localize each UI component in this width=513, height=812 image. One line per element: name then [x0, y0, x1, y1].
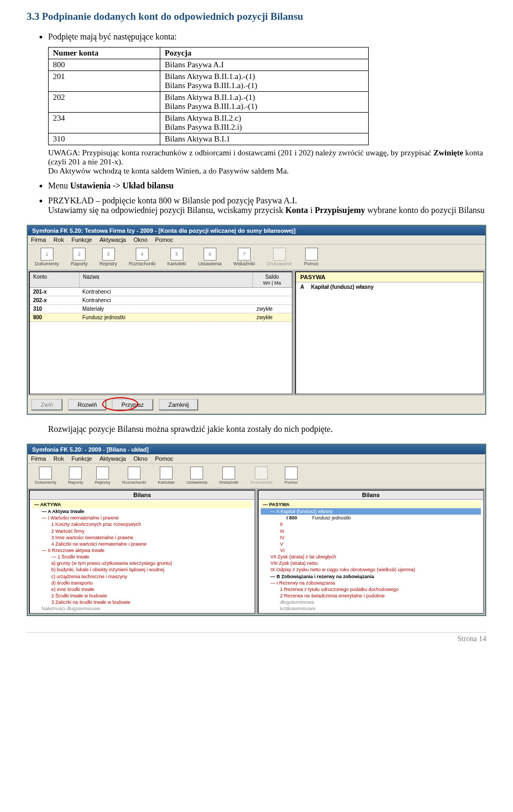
menu-firma[interactable]: Firma: [31, 236, 46, 243]
menu-bar[interactable]: Firma Rok Funkcje Aktywacja Okno Pomoc: [28, 235, 485, 244]
grid-row[interactable]: 201-xKontrahenci: [30, 288, 292, 296]
tree-item[interactable]: II: [261, 521, 481, 527]
tool-icon: 6: [204, 248, 216, 261]
th-numer: Numer konta: [49, 48, 160, 59]
tree-item[interactable]: 1 Rezerwa z tytułu odroczonego podatku d…: [261, 586, 481, 593]
pasywa-root[interactable]: — PASYWA: [261, 501, 481, 508]
tree-item[interactable]: 3 Inne wartości niematerialne i prawne: [32, 534, 252, 541]
tree-item[interactable]: I 800Fundusz jednostki: [261, 515, 481, 521]
tool-icon: [39, 467, 52, 479]
menu-pomoc[interactable]: Pomoc: [155, 455, 173, 462]
tool-wskaźniki[interactable]: Wskaźniki: [215, 466, 242, 486]
tree-item[interactable]: — I Rezerwy na zobowiązania: [261, 580, 481, 586]
tool-icon: 3: [102, 248, 115, 261]
tool-icon: [128, 467, 141, 479]
menu-okno[interactable]: Okno: [134, 236, 147, 243]
tree-item[interactable]: c) urządzenia techniczne i maszyny: [32, 573, 252, 580]
menu-rok[interactable]: Rok: [53, 455, 64, 462]
przypisz-button[interactable]: Przypisz: [112, 399, 153, 411]
pasywa-row-a[interactable]: A Kapitał (fundusz) własny: [296, 282, 483, 291]
tree-item[interactable]: b) budynki, lokale i obiekty inżynierii …: [32, 566, 252, 573]
tree-item[interactable]: VI: [261, 547, 481, 554]
menu-funkcje[interactable]: Funkcje: [72, 455, 92, 462]
tree-item[interactable]: — II Rzeczowe aktywa trwałe: [32, 547, 252, 554]
tree-item[interactable]: — A Aktywa trwałe: [32, 508, 252, 515]
tool-icon: [190, 467, 203, 479]
tool-icon: [222, 467, 235, 479]
accounts-table: Numer konta Pozycja 800Bilans Pasywa A.I…: [48, 47, 369, 145]
menu-funkcje[interactable]: Funkcje: [72, 236, 92, 243]
zamknij-button[interactable]: Zamknij: [159, 399, 199, 411]
menu-rok[interactable]: Rok: [53, 236, 64, 243]
menu-aktywacja[interactable]: Aktywacja: [99, 455, 126, 462]
tree-item[interactable]: e) inne środki trwałe: [32, 586, 252, 593]
tree-item[interactable]: 1 Koszty zakończonych prac rozwojowych: [32, 521, 252, 527]
tool-dokumenty[interactable]: Dokumenty: [31, 466, 60, 486]
tool-icon: 1: [41, 248, 53, 261]
tool-rejestry[interactable]: Rejestry: [91, 466, 114, 486]
tool-kartoteki[interactable]: 5Kartoteki: [164, 247, 190, 267]
tree-item[interactable]: d) środki transportu: [32, 580, 252, 586]
grid-row[interactable]: 800Fundusz jednostkizwykłe: [30, 313, 292, 322]
left-grid-pane: Konto Nazwa Saldo Wn | Ma 201-xKontrahen…: [29, 271, 293, 395]
tool-pomoc[interactable]: Pomoc: [300, 247, 323, 267]
tool-dokumenty[interactable]: 1Dokumenty: [31, 247, 63, 267]
tree-item[interactable]: 2 Rezerwa na świadczenia emerytalne i po…: [261, 593, 481, 599]
tree-item[interactable]: Należności długoterminowe: [32, 605, 252, 612]
tool-icon: [305, 248, 318, 261]
menu-aktywacja[interactable]: Aktywacja: [99, 236, 126, 243]
tree-item[interactable]: krótkoterminowa: [261, 605, 481, 612]
tree-item[interactable]: V: [261, 541, 481, 547]
menu-okno[interactable]: Okno: [134, 455, 147, 462]
tree-item[interactable]: 2 Wartość firmy: [32, 528, 252, 534]
grid-row[interactable]: 202-xKontrahenci: [30, 296, 292, 305]
app-window-bilans: Symfonia FK 5.20: - 2009 - [Bilans - ukł…: [27, 444, 486, 616]
bilans-head: Bilans: [30, 491, 254, 500]
menu-pomoc[interactable]: Pomoc: [155, 236, 173, 243]
left-bilans-pane[interactable]: Bilans — AKTYWA — A Aktywa trwałe— I War…: [29, 490, 255, 614]
menu-firma[interactable]: Firma: [31, 455, 46, 462]
zwin-button[interactable]: ZZwińwiń: [31, 399, 63, 411]
tree-item[interactable]: 2 Środki trwałe w budowie: [32, 593, 252, 599]
tree-item[interactable]: — I Wartości niematerialne i prawne: [32, 515, 252, 521]
grid-row[interactable]: 310Materiałyzwykłe: [30, 305, 292, 313]
tree-item[interactable]: — 1 Środki trwałe: [32, 554, 252, 560]
grid-body[interactable]: 201-xKontrahenci202-xKontrahenci310Mater…: [30, 288, 292, 393]
tool-rozrachunki[interactable]: Rozrachunki: [119, 466, 150, 486]
app-title: Symfonia FK 5.20: - 2009 - [Bilans - ukł…: [32, 446, 149, 453]
tool-icon: 4: [136, 248, 149, 261]
tool-wskaźniki[interactable]: 7Wskaźniki: [230, 247, 259, 267]
section-heading: 3.3 Podpinanie dodanych kont do odpowied…: [27, 11, 486, 22]
tool-ustawienia[interactable]: Ustawienia: [183, 466, 211, 486]
tool-rejestry[interactable]: 3Rejestry: [96, 247, 121, 267]
tree-item[interactable]: — A Kapitał (fundusz) własny: [261, 508, 481, 515]
tree-item[interactable]: IX Odpisy z zysku netto w ciągu roku obr…: [261, 566, 481, 573]
tree-item[interactable]: VIII Zysk (strata) netto: [261, 560, 481, 566]
grid-header: Konto Nazwa Saldo Wn | Ma: [30, 272, 292, 288]
tool-kartoteki[interactable]: Kartoteki: [154, 466, 178, 486]
right-pasywa-pane: PASYWA A Kapitał (fundusz) własny: [295, 271, 484, 395]
th-pozycja: Pozycja: [160, 48, 369, 59]
aktywa-root[interactable]: — AKTYWA: [32, 501, 252, 508]
tree-item[interactable]: III: [261, 528, 481, 534]
tree-item[interactable]: 4 Zaliczki na wartości niematerialne i p…: [32, 541, 252, 547]
tree-item[interactable]: — B Zobowiązania i rezerwy na zobowiązan…: [261, 573, 481, 580]
tool-icon: [160, 467, 173, 479]
menu-bar[interactable]: Firma Rok Funkcje Aktywacja Okno Pomoc: [28, 454, 485, 463]
tree-item[interactable]: długoterminowa: [261, 599, 481, 605]
col-saldo[interactable]: Saldo Wn | Ma: [253, 272, 292, 287]
tree-item[interactable]: IV: [261, 534, 481, 541]
tool-ustawienia[interactable]: 6Ustawienia: [195, 247, 226, 267]
tool-raporty[interactable]: Raporty: [64, 466, 87, 486]
col-nazwa[interactable]: Nazwa: [80, 272, 253, 287]
col-konto[interactable]: Konto: [30, 272, 80, 287]
right-bilans-pane[interactable]: Bilans — PASYWA — A Kapitał (fundusz) wł…: [258, 490, 484, 614]
tool-raporty[interactable]: 2Raporty: [67, 247, 92, 267]
tool-pomoc[interactable]: Pomoc: [281, 466, 301, 486]
tree-item[interactable]: 3 Zaliczki na środki trwałe w budowie: [32, 599, 252, 605]
tree-item[interactable]: VII Zysk (strata) z lat ubiegłych: [261, 554, 481, 560]
tree-item[interactable]: a) grunty (w tym prawo użytkowania wiecz…: [32, 560, 252, 566]
pasywa-header: PASYWA: [296, 272, 483, 282]
tool-rozrachunki[interactable]: 4Rozrachunki: [125, 247, 159, 267]
rozwin-button[interactable]: Rozwiń: [68, 399, 106, 411]
